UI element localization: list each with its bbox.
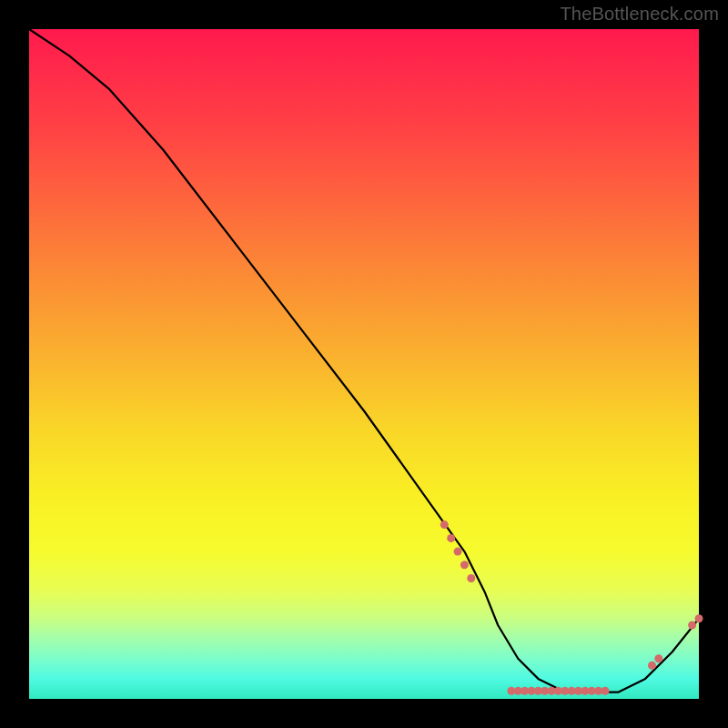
marker-dot bbox=[695, 614, 703, 622]
curve-svg bbox=[29, 29, 699, 699]
plot-area bbox=[29, 29, 699, 699]
chart-frame: TheBottleneck.com bbox=[0, 0, 728, 728]
marker-dot bbox=[648, 662, 656, 670]
marker-dot bbox=[602, 687, 610, 695]
marker-dot bbox=[654, 654, 662, 662]
marker-dot bbox=[688, 622, 696, 630]
marker-dot bbox=[440, 521, 449, 529]
marker-dot bbox=[447, 534, 455, 542]
marker-dots bbox=[440, 521, 703, 695]
marker-dot bbox=[467, 574, 475, 582]
marker-dot bbox=[454, 548, 462, 556]
watermark-text: TheBottleneck.com bbox=[560, 4, 719, 25]
marker-dot bbox=[460, 561, 469, 569]
bottleneck-curve bbox=[29, 29, 699, 693]
